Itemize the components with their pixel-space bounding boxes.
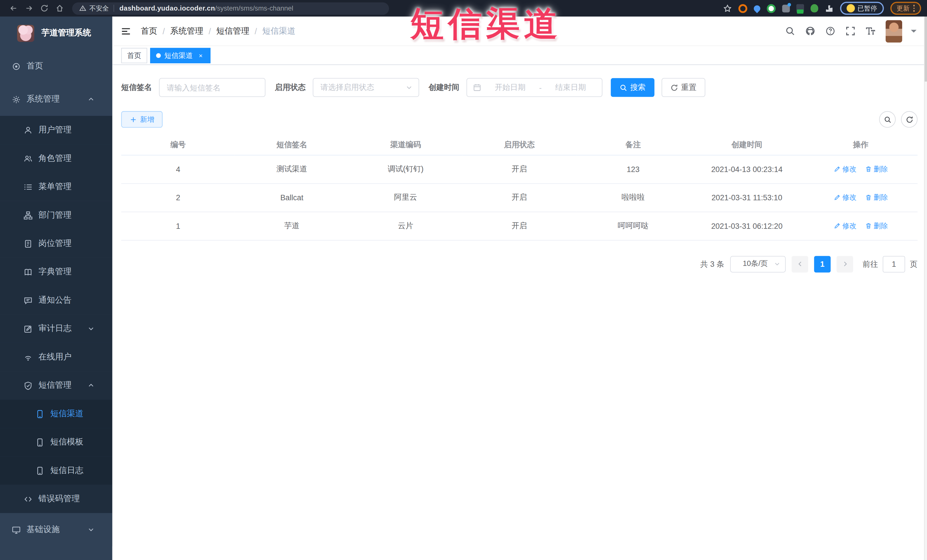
edit-link[interactable]: 修改 — [833, 221, 857, 231]
cell-operations: 修改删除 — [804, 183, 918, 211]
bookmark-star-icon[interactable] — [723, 4, 732, 12]
chevron-down-icon — [88, 325, 95, 332]
refresh-table-button[interactable] — [901, 111, 918, 128]
sidebar-item-active[interactable]: 短信渠道 — [0, 400, 112, 428]
sidebar-item-link[interactable]: 首页 — [0, 50, 112, 83]
app-logo[interactable]: 芋道管理系统 — [0, 17, 112, 50]
scrollbar-thumb[interactable] — [925, 17, 927, 82]
cell-remark: 呵呵呵哒 — [576, 212, 690, 240]
sidebar-item-link[interactable]: 角色管理 — [0, 144, 112, 173]
page-size-select[interactable]: 10条/页 — [730, 256, 786, 272]
address-bar[interactable]: 不安全 dashboard.yudao.iocoder.cn/system/sm… — [72, 2, 389, 15]
book-icon — [24, 268, 32, 276]
goto-page-input[interactable] — [883, 256, 905, 272]
phone-icon — [35, 409, 44, 418]
sidebar-item-link[interactable]: 短信模板 — [0, 428, 112, 456]
gear-icon — [12, 95, 21, 104]
tab-item[interactable]: 首页 — [121, 48, 147, 63]
search-button[interactable]: 搜索 — [611, 78, 654, 97]
chevron-down-icon[interactable] — [909, 26, 919, 36]
sidebar-item-label: 系统管理 — [27, 94, 60, 105]
font-size-icon[interactable] — [866, 26, 875, 36]
reset-button[interactable]: 重置 — [662, 78, 705, 97]
security-warning-icon[interactable] — [79, 5, 87, 12]
prev-page-button[interactable] — [792, 256, 808, 272]
sidebar-item-link[interactable]: 岗位管理 — [0, 229, 112, 258]
breadcrumb-separator: / — [208, 26, 211, 36]
breadcrumb-item[interactable]: 首页 — [141, 26, 157, 36]
url-host[interactable]: dashboard.yudao.iocoder.cn — [120, 5, 215, 12]
delete-link[interactable]: 删除 — [865, 192, 888, 202]
refresh-icon — [670, 83, 678, 91]
edit-link[interactable]: 修改 — [833, 192, 857, 202]
browser-home-icon[interactable] — [52, 2, 67, 15]
browser-menu-icon[interactable] — [913, 5, 915, 12]
column-header: 短信签名 — [235, 135, 349, 155]
page-number-button[interactable]: 1 — [814, 256, 831, 272]
edit-link[interactable]: 修改 — [833, 164, 857, 174]
sidebar-item-link[interactable]: 通知公告 — [0, 286, 112, 314]
github-icon[interactable] — [805, 26, 815, 36]
sidebar-item-link[interactable]: 错误码管理 — [0, 485, 112, 513]
extension-pin-icon[interactable] — [752, 4, 761, 13]
next-page-button[interactable] — [837, 256, 853, 272]
cell-created: 2021-04-13 00:23:14 — [690, 155, 804, 183]
fullscreen-icon[interactable] — [845, 26, 856, 36]
extensions-puzzle-icon[interactable] — [825, 4, 833, 12]
calendar-icon — [473, 83, 481, 91]
sidebar-item-link[interactable]: 审计日志 — [0, 314, 112, 343]
browser-forward-icon[interactable] — [21, 2, 37, 15]
browser-update-button[interactable]: 更新 — [890, 2, 921, 15]
sidebar-item-label: 部门管理 — [38, 210, 71, 220]
search-icon[interactable] — [785, 26, 795, 36]
extension-notes-icon[interactable] — [796, 4, 804, 12]
date-range-picker[interactable]: 开始日期 - 结束日期 — [467, 78, 603, 97]
dashboard-icon — [12, 62, 21, 71]
main-content: 短信签名 启用状态 请选择启用状态 创建时间 开始日期 - 结束日期 搜索 — [112, 65, 927, 560]
browser-back-icon[interactable] — [6, 2, 21, 15]
sidebar-item-link[interactable]: 用户管理 — [0, 116, 112, 144]
sidebar-item-label: 错误码管理 — [38, 493, 80, 504]
user-avatar[interactable] — [886, 20, 902, 42]
sidebar-item-link[interactable]: 短信管理 — [0, 371, 112, 399]
pencil-icon — [833, 222, 840, 229]
extension-gray-icon[interactable] — [782, 5, 789, 12]
close-tab-icon[interactable]: × — [197, 52, 205, 59]
sidebar-item-link[interactable]: 短信日志 — [0, 457, 112, 485]
status-placeholder: 请选择启用状态 — [321, 82, 406, 93]
page-scrollbar[interactable] — [924, 17, 927, 560]
sign-input[interactable] — [159, 78, 265, 97]
extension-green-icon[interactable] — [766, 4, 775, 12]
security-label[interactable]: 不安全 — [89, 4, 109, 12]
sidebar-item-link[interactable]: 系统管理 — [0, 83, 112, 116]
tabs-bar: 首页短信渠道× — [112, 46, 927, 65]
delete-link[interactable]: 删除 — [865, 164, 888, 174]
status-select[interactable]: 请选择启用状态 — [313, 78, 419, 97]
sidebar-item-link[interactable]: 菜单管理 — [0, 173, 112, 201]
sidebar-item-link[interactable]: 字典管理 — [0, 258, 112, 286]
sidebar-item-link[interactable]: 基础设施 — [0, 513, 112, 546]
start-date-placeholder[interactable]: 开始日期 — [485, 82, 535, 93]
tab-active[interactable]: 短信渠道× — [150, 48, 210, 63]
breadcrumb-item[interactable]: 短信管理 — [216, 26, 249, 36]
toggle-search-button[interactable] — [879, 111, 896, 128]
hamburger-icon[interactable] — [121, 26, 131, 36]
sidebar-item-link[interactable]: 部门管理 — [0, 201, 112, 229]
extension-leaf-icon[interactable] — [810, 4, 818, 12]
breadcrumb-item[interactable]: 系统管理 — [170, 26, 204, 36]
cell-remark: 啦啦啦 — [576, 183, 690, 211]
profile-paused-chip[interactable]: 已暂停 — [840, 2, 883, 15]
delete-label: 删除 — [874, 221, 888, 231]
column-header: 编号 — [121, 135, 235, 155]
help-icon[interactable] — [825, 26, 836, 36]
page-suffix-label: 页 — [910, 259, 918, 269]
delete-link[interactable]: 删除 — [865, 221, 888, 231]
sidebar-item-link[interactable]: 在线用户 — [0, 343, 112, 371]
end-date-placeholder[interactable]: 结束日期 — [545, 82, 596, 93]
logo-image — [17, 24, 34, 42]
signal-icon — [24, 353, 32, 361]
url-path[interactable]: /system/sms/sms-channel — [215, 5, 293, 12]
extension-orange-icon[interactable] — [738, 4, 747, 12]
add-button[interactable]: 新增 — [121, 111, 163, 128]
browser-refresh-icon[interactable] — [36, 2, 52, 15]
